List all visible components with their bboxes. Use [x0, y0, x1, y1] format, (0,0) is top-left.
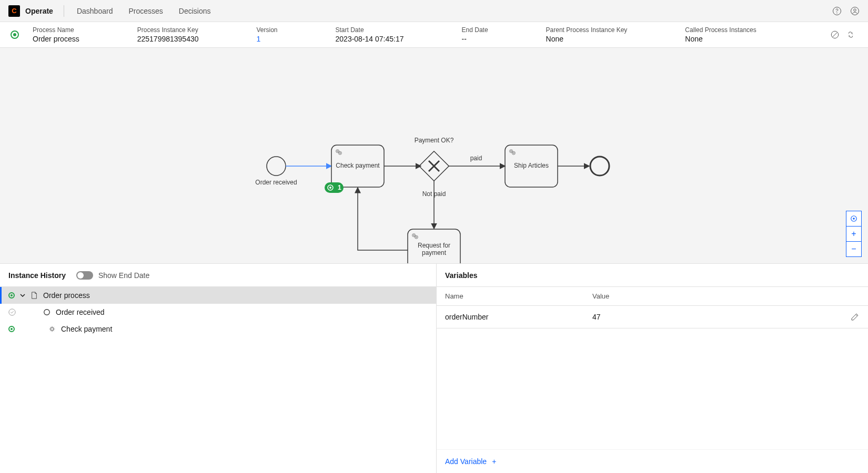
help-icon[interactable] [832, 6, 842, 16]
svg-point-38 [590, 157, 609, 176]
tree-label: Order received [56, 308, 105, 316]
history-tree: Order process Order received Check payme… [0, 287, 436, 473]
toggle-label: Show End Date [98, 271, 149, 280]
svg-point-12 [337, 150, 338, 151]
tree-row-task[interactable]: Check payment [0, 321, 436, 337]
zoom-in-button[interactable]: + [846, 226, 862, 242]
variables-columns: Name Value [437, 287, 868, 306]
nav: Dashboard Processes Decisions [77, 7, 211, 15]
var-name: orderNumber [445, 313, 592, 321]
svg-point-6 [267, 157, 286, 176]
svg-point-13 [338, 151, 341, 155]
add-variable-label: Add Variable [445, 457, 487, 466]
svg-text:Request forpayment: Request forpayment [418, 242, 450, 256]
variables-panel: Variables Name Value orderNumber 47 Add … [437, 264, 868, 473]
add-variable-button[interactable]: Add Variable + [437, 449, 868, 473]
info-version: Version 1 [257, 26, 278, 43]
gear-icon [48, 325, 56, 333]
file-icon [31, 292, 38, 299]
label: Version [257, 26, 278, 34]
value[interactable]: 1 [257, 35, 278, 43]
zoom-out-button[interactable]: − [846, 241, 862, 257]
svg-point-36 [513, 152, 514, 153]
svg-text:paid: paid [470, 155, 482, 162]
variable-row: orderNumber 47 [437, 306, 868, 328]
label: Called Process Instances [685, 26, 756, 34]
label: Start Date [336, 26, 404, 34]
info-process-name: Process Name Order process [33, 26, 79, 43]
zoom-reset-button[interactable] [846, 211, 862, 227]
value: 2023-08-14 07:45:17 [336, 35, 404, 43]
zoom-controls: + − [846, 211, 862, 257]
svg-point-40 [853, 218, 854, 219]
svg-text:Not paid: Not paid [422, 190, 446, 198]
edit-icon[interactable] [850, 312, 860, 322]
plus-icon: + [492, 457, 496, 466]
instance-info-bar: Process Name Order process Process Insta… [0, 22, 868, 48]
info-instance-key: Process Instance Key 225179981395430 [137, 26, 199, 43]
circle-icon [43, 309, 51, 316]
svg-point-35 [512, 151, 515, 155]
nav-processes[interactable]: Processes [128, 7, 163, 15]
user-icon[interactable] [850, 6, 860, 16]
info-parent-key: Parent Process Instance Key None [546, 26, 628, 43]
bpmn-diagram: Order received Check payment 1 Payment O… [0, 48, 868, 263]
info-start-date: Start Date 2023-08-14 07:45:17 [336, 26, 404, 43]
variables-title: Variables [445, 271, 478, 280]
header-actions [832, 6, 860, 16]
svg-point-43 [51, 327, 53, 330]
value: Order process [33, 35, 79, 43]
tree-row-start-event[interactable]: Order received [0, 304, 436, 321]
cancel-icon[interactable] [830, 30, 840, 39]
info-end-date: End Date -- [462, 26, 488, 43]
app-header: C Operate Dashboard Processes Decisions [0, 0, 868, 22]
status-active-icon [8, 292, 15, 299]
svg-point-30 [416, 236, 417, 238]
svg-point-3 [854, 8, 856, 11]
tree-label: Order process [43, 291, 90, 300]
tree-row-process[interactable]: Order process [0, 287, 436, 304]
label: Parent Process Instance Key [546, 26, 628, 34]
svg-text:1: 1 [338, 184, 341, 191]
info-called-instances: Called Process Instances None [685, 26, 756, 43]
nav-dashboard[interactable]: Dashboard [77, 7, 113, 15]
svg-point-41 [9, 309, 15, 315]
modify-icon[interactable] [846, 30, 855, 39]
label: Process Name [33, 26, 79, 34]
label: End Date [462, 26, 488, 34]
col-name: Name [445, 292, 592, 300]
show-end-date-toggle[interactable] [76, 271, 93, 280]
tree-label: Check payment [61, 325, 112, 333]
status-active-icon [8, 326, 15, 332]
svg-point-1 [837, 13, 837, 13]
diagram-panel[interactable]: Order received Check payment 1 Payment O… [0, 48, 868, 263]
svg-point-17 [329, 187, 331, 189]
divider [64, 5, 64, 17]
col-value: Value [592, 292, 609, 300]
svg-text:Ship Articles: Ship Articles [514, 162, 549, 169]
instance-history-panel: Instance History Show End Date Order pro… [0, 264, 437, 473]
brand-label: Operate [25, 7, 53, 15]
history-title: Instance History [8, 271, 66, 280]
svg-text:Order received: Order received [255, 179, 297, 186]
svg-text:Payment OK?: Payment OK? [415, 137, 454, 144]
svg-text:Check payment: Check payment [336, 162, 380, 169]
svg-point-28 [413, 234, 414, 235]
status-completed-icon [8, 309, 16, 316]
var-value: 47 [592, 313, 601, 321]
variables-header: Variables [437, 264, 868, 287]
svg-point-42 [44, 310, 50, 315]
info-columns: Process Name Order process Process Insta… [33, 26, 825, 43]
value: None [546, 35, 628, 43]
instance-actions [830, 30, 855, 39]
chevron-down-icon [20, 293, 25, 298]
bottom-panels: Instance History Show End Date Order pro… [0, 263, 868, 473]
svg-point-34 [510, 150, 511, 151]
nav-decisions[interactable]: Decisions [179, 7, 211, 15]
logo-icon: C [8, 5, 20, 17]
svg-point-29 [415, 235, 418, 239]
value: 225179981395430 [137, 35, 199, 43]
value: None [685, 35, 756, 43]
value: -- [462, 35, 488, 43]
svg-line-5 [833, 33, 837, 37]
